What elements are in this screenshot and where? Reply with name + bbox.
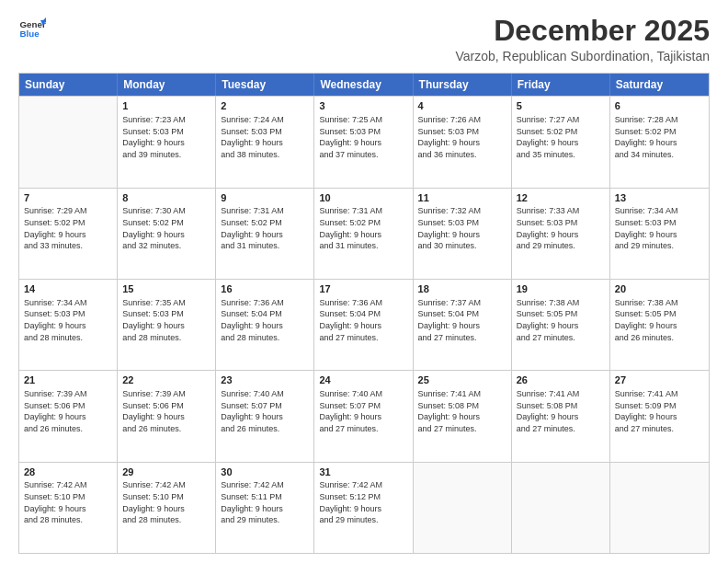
calendar-cell-22: 22Sunrise: 7:39 AM Sunset: 5:06 PM Dayli… xyxy=(118,371,216,461)
day-info: Sunrise: 7:36 AM Sunset: 5:04 PM Dayligh… xyxy=(319,297,407,343)
calendar-cell-19: 19Sunrise: 7:38 AM Sunset: 5:05 PM Dayli… xyxy=(512,280,610,370)
day-info: Sunrise: 7:42 AM Sunset: 5:11 PM Dayligh… xyxy=(221,479,309,525)
calendar-cell-9: 9Sunrise: 7:31 AM Sunset: 5:02 PM Daylig… xyxy=(216,189,314,279)
day-number: 9 xyxy=(221,191,309,205)
logo: General Blue xyxy=(18,15,46,42)
header-day-wednesday: Wednesday xyxy=(314,74,413,96)
day-info: Sunrise: 7:34 AM Sunset: 5:03 PM Dayligh… xyxy=(615,205,704,251)
day-number: 24 xyxy=(319,373,407,387)
day-info: Sunrise: 7:30 AM Sunset: 5:02 PM Dayligh… xyxy=(122,205,210,251)
logo-icon: General Blue xyxy=(18,15,46,42)
calendar-row-2: 14Sunrise: 7:34 AM Sunset: 5:03 PM Dayli… xyxy=(19,279,709,370)
day-info: Sunrise: 7:40 AM Sunset: 5:07 PM Dayligh… xyxy=(319,388,407,434)
subtitle: Varzob, Republican Subordination, Tajiki… xyxy=(455,49,710,63)
day-info: Sunrise: 7:27 AM Sunset: 5:02 PM Dayligh… xyxy=(517,114,605,160)
header-day-saturday: Saturday xyxy=(610,74,709,96)
day-number: 22 xyxy=(122,373,210,387)
day-info: Sunrise: 7:41 AM Sunset: 5:08 PM Dayligh… xyxy=(418,388,506,434)
page: General Blue December 2025 Varzob, Repub… xyxy=(0,0,728,563)
calendar-cell-6: 6Sunrise: 7:28 AM Sunset: 5:02 PM Daylig… xyxy=(610,97,709,187)
day-info: Sunrise: 7:31 AM Sunset: 5:02 PM Dayligh… xyxy=(221,205,309,251)
calendar-cell-12: 12Sunrise: 7:33 AM Sunset: 5:03 PM Dayli… xyxy=(512,189,610,279)
day-number: 3 xyxy=(319,99,407,113)
svg-text:Blue: Blue xyxy=(20,29,40,39)
day-number: 25 xyxy=(418,373,506,387)
calendar-cell-empty-4-6 xyxy=(610,463,709,553)
day-info: Sunrise: 7:26 AM Sunset: 5:03 PM Dayligh… xyxy=(418,114,506,160)
calendar-cell-26: 26Sunrise: 7:41 AM Sunset: 5:08 PM Dayli… xyxy=(512,371,610,461)
day-number: 15 xyxy=(122,282,210,296)
calendar-cell-15: 15Sunrise: 7:35 AM Sunset: 5:03 PM Dayli… xyxy=(118,280,216,370)
calendar-cell-1: 1Sunrise: 7:23 AM Sunset: 5:03 PM Daylig… xyxy=(118,97,216,187)
calendar-cell-27: 27Sunrise: 7:41 AM Sunset: 5:09 PM Dayli… xyxy=(610,371,709,461)
day-number: 5 xyxy=(517,99,605,113)
title-block: December 2025 Varzob, Republican Subordi… xyxy=(455,15,710,63)
calendar-cell-5: 5Sunrise: 7:27 AM Sunset: 5:02 PM Daylig… xyxy=(512,97,610,187)
calendar-cell-21: 21Sunrise: 7:39 AM Sunset: 5:06 PM Dayli… xyxy=(19,371,118,461)
calendar-cell-18: 18Sunrise: 7:37 AM Sunset: 5:04 PM Dayli… xyxy=(414,280,512,370)
calendar-cell-8: 8Sunrise: 7:30 AM Sunset: 5:02 PM Daylig… xyxy=(118,189,216,279)
day-number: 14 xyxy=(24,282,112,296)
day-info: Sunrise: 7:42 AM Sunset: 5:10 PM Dayligh… xyxy=(24,479,112,525)
day-info: Sunrise: 7:40 AM Sunset: 5:07 PM Dayligh… xyxy=(221,388,309,434)
day-number: 19 xyxy=(517,282,605,296)
calendar-header: SundayMondayTuesdayWednesdayThursdayFrid… xyxy=(19,74,709,96)
day-number: 7 xyxy=(24,191,112,205)
day-number: 10 xyxy=(319,191,407,205)
calendar: SundayMondayTuesdayWednesdayThursdayFrid… xyxy=(18,73,710,554)
day-info: Sunrise: 7:36 AM Sunset: 5:04 PM Dayligh… xyxy=(221,297,309,343)
calendar-cell-29: 29Sunrise: 7:42 AM Sunset: 5:10 PM Dayli… xyxy=(118,463,216,553)
calendar-cell-31: 31Sunrise: 7:42 AM Sunset: 5:12 PM Dayli… xyxy=(314,463,413,553)
calendar-cell-10: 10Sunrise: 7:31 AM Sunset: 5:02 PM Dayli… xyxy=(314,189,413,279)
day-info: Sunrise: 7:25 AM Sunset: 5:03 PM Dayligh… xyxy=(319,114,407,160)
calendar-cell-20: 20Sunrise: 7:38 AM Sunset: 5:05 PM Dayli… xyxy=(610,280,709,370)
day-info: Sunrise: 7:28 AM Sunset: 5:02 PM Dayligh… xyxy=(615,114,704,160)
day-info: Sunrise: 7:39 AM Sunset: 5:06 PM Dayligh… xyxy=(24,388,112,434)
calendar-cell-23: 23Sunrise: 7:40 AM Sunset: 5:07 PM Dayli… xyxy=(216,371,314,461)
day-number: 23 xyxy=(221,373,309,387)
day-info: Sunrise: 7:34 AM Sunset: 5:03 PM Dayligh… xyxy=(24,297,112,343)
calendar-cell-17: 17Sunrise: 7:36 AM Sunset: 5:04 PM Dayli… xyxy=(314,280,413,370)
calendar-cell-empty-4-4 xyxy=(414,463,512,553)
day-number: 1 xyxy=(122,99,210,113)
day-number: 6 xyxy=(615,99,704,113)
header-day-sunday: Sunday xyxy=(19,74,118,96)
calendar-cell-25: 25Sunrise: 7:41 AM Sunset: 5:08 PM Dayli… xyxy=(414,371,512,461)
day-number: 21 xyxy=(24,373,112,387)
day-number: 20 xyxy=(615,282,704,296)
day-number: 18 xyxy=(418,282,506,296)
calendar-cell-3: 3Sunrise: 7:25 AM Sunset: 5:03 PM Daylig… xyxy=(314,97,413,187)
calendar-row-1: 7Sunrise: 7:29 AM Sunset: 5:02 PM Daylig… xyxy=(19,188,709,279)
day-info: Sunrise: 7:38 AM Sunset: 5:05 PM Dayligh… xyxy=(615,297,704,343)
day-info: Sunrise: 7:39 AM Sunset: 5:06 PM Dayligh… xyxy=(122,388,210,434)
header-day-monday: Monday xyxy=(118,74,216,96)
calendar-cell-16: 16Sunrise: 7:36 AM Sunset: 5:04 PM Dayli… xyxy=(216,280,314,370)
day-info: Sunrise: 7:29 AM Sunset: 5:02 PM Dayligh… xyxy=(24,205,112,251)
calendar-cell-4: 4Sunrise: 7:26 AM Sunset: 5:03 PM Daylig… xyxy=(414,97,512,187)
day-info: Sunrise: 7:41 AM Sunset: 5:08 PM Dayligh… xyxy=(517,388,605,434)
calendar-cell-empty-4-5 xyxy=(512,463,610,553)
day-info: Sunrise: 7:38 AM Sunset: 5:05 PM Dayligh… xyxy=(517,297,605,343)
calendar-row-0: 1Sunrise: 7:23 AM Sunset: 5:03 PM Daylig… xyxy=(19,96,709,187)
day-number: 12 xyxy=(517,191,605,205)
day-info: Sunrise: 7:42 AM Sunset: 5:10 PM Dayligh… xyxy=(122,479,210,525)
day-info: Sunrise: 7:24 AM Sunset: 5:03 PM Dayligh… xyxy=(221,114,309,160)
calendar-cell-empty-0-0 xyxy=(19,97,118,187)
day-info: Sunrise: 7:32 AM Sunset: 5:03 PM Dayligh… xyxy=(418,205,506,251)
day-number: 17 xyxy=(319,282,407,296)
day-number: 2 xyxy=(221,99,309,113)
day-info: Sunrise: 7:31 AM Sunset: 5:02 PM Dayligh… xyxy=(319,205,407,251)
day-info: Sunrise: 7:23 AM Sunset: 5:03 PM Dayligh… xyxy=(122,114,210,160)
calendar-cell-11: 11Sunrise: 7:32 AM Sunset: 5:03 PM Dayli… xyxy=(414,189,512,279)
day-number: 29 xyxy=(122,465,210,479)
day-info: Sunrise: 7:42 AM Sunset: 5:12 PM Dayligh… xyxy=(319,479,407,525)
main-title: December 2025 xyxy=(455,15,710,47)
calendar-row-4: 28Sunrise: 7:42 AM Sunset: 5:10 PM Dayli… xyxy=(19,462,709,553)
day-info: Sunrise: 7:41 AM Sunset: 5:09 PM Dayligh… xyxy=(615,388,704,434)
header-day-thursday: Thursday xyxy=(414,74,512,96)
calendar-cell-14: 14Sunrise: 7:34 AM Sunset: 5:03 PM Dayli… xyxy=(19,280,118,370)
day-info: Sunrise: 7:33 AM Sunset: 5:03 PM Dayligh… xyxy=(517,205,605,251)
calendar-cell-2: 2Sunrise: 7:24 AM Sunset: 5:03 PM Daylig… xyxy=(216,97,314,187)
day-number: 30 xyxy=(221,465,309,479)
header-day-friday: Friday xyxy=(512,74,610,96)
